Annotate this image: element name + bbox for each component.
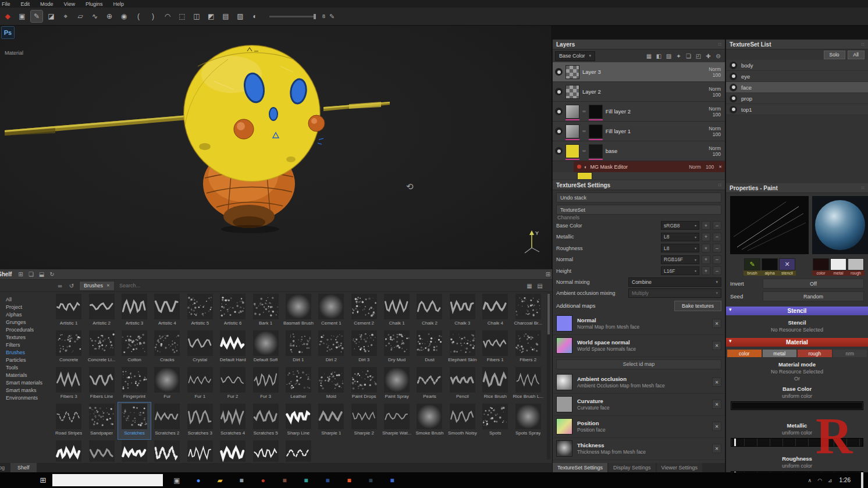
brush-basmati-brush[interactable]: Basmati Brush (282, 293, 315, 329)
blue-app-icon[interactable]: ■ (387, 476, 397, 485)
visibility-eye-icon[interactable] (555, 68, 563, 76)
chrome-icon[interactable]: ● (194, 476, 203, 485)
ao-mixing-dropdown[interactable]: Multiply ▾ (628, 288, 721, 298)
channel-filter-dropdown[interactable]: Base Color ▾ (555, 51, 595, 61)
shelf-category-grunges[interactable]: Grunges (0, 319, 52, 326)
stencil-tool-tab[interactable]: ✕stencil (778, 258, 796, 276)
add-channel-button[interactable]: + (702, 221, 710, 230)
mesh-map-world-space-normal[interactable]: World space normalWorld Space Normals fa… (553, 335, 725, 357)
brush-fibers-3[interactable]: Fibers 3 (52, 366, 85, 402)
brush-cell[interactable] (151, 439, 183, 462)
shelf-category-materials[interactable]: Materials (0, 372, 52, 379)
material-mode-value[interactable]: No Resource Selected (726, 369, 868, 375)
brush-cement-2[interactable]: Cement 2 (348, 293, 380, 329)
brush-dirt-2[interactable]: Dirt 2 (315, 329, 347, 366)
tab-log[interactable]: og (0, 463, 7, 472)
textureset-top1[interactable]: top1 (726, 104, 868, 115)
textureset-eye[interactable]: eye (726, 71, 868, 82)
search-input[interactable] (118, 282, 196, 289)
brush-bark-1[interactable]: Bark 1 (249, 293, 282, 329)
substance-logo-icon[interactable]: ◆ (2, 10, 13, 22)
import-resource-icon[interactable]: ⬓ (37, 271, 45, 277)
menu-view[interactable]: View (59, 1, 80, 7)
brush-cell[interactable] (184, 439, 216, 462)
close-icon[interactable]: ✕ (712, 319, 721, 328)
shelf-category-alphas[interactable]: Alphas (0, 311, 52, 319)
remove-channel-button[interactable]: − (713, 233, 721, 241)
material-tab-nrm[interactable]: nrm (833, 350, 867, 357)
layer-blend-opacity[interactable]: Norm100 (709, 126, 725, 137)
polygon-fill-tool-icon[interactable]: ▱ (74, 10, 86, 22)
solo-button[interactable]: Solo (824, 51, 845, 59)
paint-tool-icon[interactable]: ✎ (31, 10, 42, 22)
brush-smooth-noisy[interactable]: Smooth Noisy (446, 402, 479, 439)
close-icon[interactable]: ✕ (712, 444, 721, 453)
layer-thumbnail[interactable] (565, 105, 579, 119)
history-icon[interactable]: ↺ (67, 283, 76, 289)
panel-options-icon[interactable]: ∷ (862, 42, 865, 47)
panel-options-icon[interactable]: ⊞ (544, 271, 552, 277)
symmetry-icon[interactable]: ◠ (162, 10, 173, 22)
navy-app-icon[interactable]: ■ (323, 476, 332, 485)
fill-uv-mode-icon[interactable]: ◫ (191, 10, 202, 22)
layer-blend-opacity[interactable]: Norm100 (709, 66, 725, 78)
brush-leather[interactable]: Leather (282, 366, 315, 402)
brush-fibers-2[interactable]: Fibers 2 (511, 329, 544, 366)
shelf-category-project[interactable]: Project (0, 304, 52, 311)
tray-up-icon[interactable]: ∧ (808, 478, 812, 483)
all-button[interactable]: All (848, 51, 865, 59)
brush-paint-drops[interactable]: Paint Drops (348, 366, 380, 402)
red-app-icon[interactable]: ● (258, 476, 268, 485)
layer-mask-thumbnail[interactable] (589, 105, 603, 119)
teal-app-icon[interactable]: ■ (301, 476, 311, 485)
axis-gizmo[interactable]: Y (520, 228, 543, 256)
visibility-eye-icon[interactable] (730, 95, 737, 102)
layer-row-layer-3[interactable]: Layer 3Norm100 (553, 62, 725, 82)
menu-file[interactable]: File (0, 1, 16, 7)
brush-fur-3[interactable]: Fur 3 (249, 366, 282, 402)
menu-plugins[interactable]: Plugins (80, 1, 108, 7)
brush-concrete-li[interactable]: Concrete Li... (85, 329, 118, 366)
list-view-icon[interactable]: ▤ (536, 283, 544, 289)
brush-elephant-skin[interactable]: Elephant Skin (446, 329, 479, 366)
invert-toggle[interactable]: Off (763, 279, 864, 288)
close-icon[interactable]: ✕ (712, 422, 721, 431)
visibility-eye-icon[interactable] (555, 88, 563, 95)
brush-scratches-5[interactable]: Scratches 5 (249, 402, 282, 439)
menu-help[interactable]: Help (108, 1, 129, 7)
add-channel-button[interactable]: + (702, 233, 710, 241)
taskview-icon[interactable]: ▣ (172, 476, 182, 485)
shelf-category-textures[interactable]: Textures (0, 334, 52, 341)
brush-chalk-2[interactable]: Chalk 2 (413, 293, 446, 329)
brush-cell[interactable] (52, 439, 85, 462)
remove-channel-button[interactable]: − (713, 221, 721, 230)
dock-tab-display-settings[interactable]: Display Settings (609, 463, 656, 472)
textureset-body[interactable]: body (726, 60, 868, 71)
add-fill-layer-icon[interactable]: ◰ (694, 52, 703, 60)
brush-artistic-5[interactable]: Artistic 5 (184, 293, 216, 329)
textureset-section-header[interactable]: TextureSet (556, 205, 721, 215)
3d-viewport[interactable]: Material ⟲ Y (0, 26, 552, 269)
brush-sandpaper[interactable]: Sandpaper (85, 402, 118, 439)
brush-cell[interactable] (282, 439, 315, 462)
brush-cell[interactable] (85, 439, 118, 462)
brush-default-soft[interactable]: Default Soft (249, 329, 282, 366)
brush-cracks[interactable]: Cracks (151, 329, 183, 366)
start-icon[interactable]: ⊞ (36, 476, 50, 485)
pen-pressure-icon[interactable]: ✎ (329, 13, 335, 20)
base-color-mode[interactable]: uniform color (726, 393, 868, 399)
remove-channel-button[interactable]: − (713, 266, 721, 275)
visibility-eye-icon[interactable] (730, 84, 737, 91)
layer-blend-opacity[interactable]: Norm100 (709, 106, 725, 117)
network-icon[interactable]: ◠ (817, 478, 822, 483)
shelf-tab-brushes[interactable]: Brushes ✕ (79, 281, 115, 291)
geometry-mask-icon[interactable]: ▤ (220, 10, 232, 22)
brush-dirt-3[interactable]: Dirt 3 (348, 329, 380, 366)
orange-app-icon[interactable]: ■ (344, 476, 354, 485)
material-preview[interactable] (812, 196, 868, 254)
brush-scratches[interactable]: Scratches (118, 402, 151, 439)
shelf-category-environments[interactable]: Environments (0, 394, 52, 402)
brush-artistic-1[interactable]: Artistic 1 (52, 293, 85, 329)
brush-fur[interactable]: Fur (151, 366, 183, 402)
brush-chalk-4[interactable]: Chalk 4 (479, 293, 511, 329)
